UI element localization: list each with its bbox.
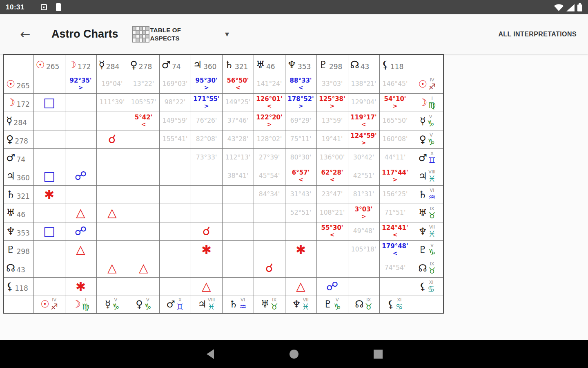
degree-cell-sun-moon[interactable]: 92°35'> [65, 75, 96, 93]
degree-cell-mercury-jupiter[interactable]: 76°26' [191, 112, 222, 130]
placement-cell-venus[interactable]: ♀V♑ [411, 130, 443, 148]
placement-cell-node[interactable]: ☊IX♉ [411, 259, 443, 277]
aspect-cell-conjunction-node-uranus[interactable]: ☌ [254, 259, 285, 277]
placement-bottom-lilith[interactable]: ⚸XI♋ [379, 296, 411, 313]
degree-cell-mercury-uranus[interactable]: 122°20'> [254, 112, 285, 130]
degree-cell-moon-node[interactable]: 129°04' [348, 93, 379, 112]
placement-cell-mars[interactable]: ♂X♊ [411, 148, 443, 167]
aspect-cell-trine-uranus-moon[interactable]: △ [65, 204, 96, 222]
degree-cell-mercury-pluto[interactable]: 13°59' [316, 112, 348, 130]
aspect-cell-square-jupiter-sun[interactable]: □ [33, 167, 65, 185]
placement-bottom-node[interactable]: ☊IX♉ [348, 296, 379, 313]
degree-cell-saturn-neptune[interactable]: 31°43' [285, 185, 316, 204]
degree-cell-neptune-lilith[interactable]: 124°41'< [379, 222, 411, 240]
placement-bottom-mars[interactable]: ♂X♊ [159, 296, 191, 313]
degree-cell-saturn-pluto[interactable]: 23°47' [316, 185, 348, 204]
degree-cell-venus-neptune[interactable]: 75°11' [285, 130, 316, 148]
placement-bottom-uranus[interactable]: ♅IX♉ [254, 296, 285, 313]
placement-bottom-venus[interactable]: ♀V♑ [128, 296, 159, 313]
degree-cell-sun-mars[interactable]: 169°03' [159, 75, 191, 93]
aspect-cell-trine-uranus-mercury[interactable]: △ [96, 204, 128, 222]
degree-cell-uranus-lilith[interactable]: 71°51' [379, 204, 411, 222]
aspect-cell-opposition-neptune-moon[interactable]: ☍ [65, 222, 96, 240]
degree-cell-venus-saturn[interactable]: 43°28' [222, 130, 254, 148]
nav-home-button[interactable] [285, 345, 303, 364]
placement-cell-mercury[interactable]: ☿V♑ [411, 112, 443, 130]
degree-cell-venus-lilith[interactable]: 160°08' [379, 130, 411, 148]
degree-cell-jupiter-uranus[interactable]: 45°54' [254, 167, 285, 185]
nav-back-button[interactable] [200, 345, 219, 364]
degree-cell-venus-node[interactable]: 124°59'> [348, 130, 379, 148]
degree-cell-uranus-neptune[interactable]: 52°51' [285, 204, 316, 222]
placement-bottom-saturn[interactable]: ♄VI♒ [222, 296, 254, 313]
degree-cell-neptune-pluto[interactable]: 55°30'< [316, 222, 348, 240]
degree-cell-pluto-lilith[interactable]: 179°48'< [379, 240, 411, 259]
degree-cell-sun-lilith[interactable]: 146°45' [379, 75, 411, 93]
aspect-cell-sextile-saturn-sun[interactable]: ✱ [33, 185, 65, 204]
placement-bottom-neptune[interactable]: ♆VII♓ [285, 296, 316, 313]
degree-cell-uranus-pluto[interactable]: 108°21' [316, 204, 348, 222]
degree-cell-moon-lilith[interactable]: 54°10'> [379, 93, 411, 112]
degree-cell-saturn-node[interactable]: 81°31' [348, 185, 379, 204]
placement-bottom-sun[interactable]: ☉IV♐ [33, 296, 65, 313]
aspect-cell-sextile-pluto-jupiter[interactable]: ✱ [191, 240, 222, 259]
degree-cell-moon-saturn[interactable]: 149°25' [222, 93, 254, 112]
aspect-cell-trine-pluto-moon[interactable]: △ [65, 240, 96, 259]
degree-cell-sun-uranus[interactable]: 141°24' [254, 75, 285, 93]
nav-recents-button[interactable] [369, 345, 388, 364]
aspect-cell-trine-lilith-neptune[interactable]: △ [285, 277, 316, 296]
chart-type-selector[interactable]: TABLE OF ASPECTS ▼ [132, 26, 229, 43]
degree-cell-mars-neptune[interactable]: 80°30' [285, 148, 316, 167]
degree-cell-venus-pluto[interactable]: 19°41' [316, 130, 348, 148]
aspect-cell-conjunction-neptune-jupiter[interactable]: ☌ [191, 222, 222, 240]
aspect-cell-conjunction-venus-mercury[interactable]: ☌ [96, 130, 128, 148]
degree-cell-moon-mercury[interactable]: 111°39' [96, 93, 128, 112]
degree-cell-moon-neptune[interactable]: 178°52'> [285, 93, 316, 112]
placement-bottom-pluto[interactable]: ♇V♑ [316, 296, 348, 313]
degree-cell-sun-neptune[interactable]: 88°33'< [285, 75, 316, 93]
aspect-cell-trine-node-venus[interactable]: △ [128, 259, 159, 277]
degree-cell-venus-uranus[interactable]: 128°02' [254, 130, 285, 148]
degree-cell-moon-jupiter[interactable]: 171°55'> [191, 93, 222, 112]
degree-cell-sun-mercury[interactable]: 19°04' [96, 75, 128, 93]
degree-cell-sun-venus[interactable]: 13°22' [128, 75, 159, 93]
degree-cell-sun-node[interactable]: 138°21' [348, 75, 379, 93]
degree-cell-mercury-lilith[interactable]: 165°50' [379, 112, 411, 130]
degree-cell-neptune-node[interactable]: 49°48' [348, 222, 379, 240]
aspect-cell-square-moon-sun[interactable]: □ [33, 93, 65, 112]
back-button[interactable]: ← [16, 25, 34, 43]
degree-cell-node-lilith[interactable]: 74°54' [379, 259, 411, 277]
aspect-cell-sextile-lilith-moon[interactable]: ✱ [65, 277, 96, 296]
degree-cell-jupiter-saturn[interactable]: 38°41' [222, 167, 254, 185]
degree-cell-moon-uranus[interactable]: 126°01'< [254, 93, 285, 112]
aspect-cell-square-neptune-sun[interactable]: □ [33, 222, 65, 240]
aspect-cell-opposition-lilith-pluto[interactable]: ☍ [316, 277, 348, 296]
placement-cell-uranus[interactable]: ♅IX♉ [411, 204, 443, 222]
degree-cell-mars-lilith[interactable]: 44°11' [379, 148, 411, 167]
degree-cell-jupiter-pluto[interactable]: 62°28'< [316, 167, 348, 185]
degree-cell-saturn-uranus[interactable]: 84°34' [254, 185, 285, 204]
degree-cell-uranus-node[interactable]: 3°03'> [348, 204, 379, 222]
degree-cell-mars-node[interactable]: 30°42' [348, 148, 379, 167]
degree-cell-mercury-neptune[interactable]: 69°29' [285, 112, 316, 130]
placement-cell-saturn[interactable]: ♄VI♒ [411, 185, 443, 204]
aspect-cell-trine-lilith-jupiter[interactable]: △ [191, 277, 222, 296]
placement-cell-neptune[interactable]: ♆VII♓ [411, 222, 443, 240]
degree-cell-mercury-node[interactable]: 119°17'< [348, 112, 379, 130]
degree-cell-mercury-mars[interactable]: 149°59' [159, 112, 191, 130]
placement-bottom-mercury[interactable]: ☿V♑ [96, 296, 128, 313]
degree-cell-sun-pluto[interactable]: 33°03' [316, 75, 348, 93]
placement-cell-lilith[interactable]: ⚸XI♋ [411, 277, 443, 296]
degree-cell-jupiter-node[interactable]: 42°51' [348, 167, 379, 185]
aspect-cell-trine-node-mercury[interactable]: △ [96, 259, 128, 277]
degree-cell-jupiter-neptune[interactable]: 6°57'< [285, 167, 316, 185]
aspect-cell-opposition-jupiter-moon[interactable]: ☍ [65, 167, 96, 185]
degree-cell-mercury-saturn[interactable]: 37°46' [222, 112, 254, 130]
degree-cell-sun-saturn[interactable]: 56°50'< [222, 75, 254, 93]
degree-cell-moon-venus[interactable]: 105°57' [128, 93, 159, 112]
placement-cell-jupiter[interactable]: ♃VIII♓ [411, 167, 443, 185]
aspect-cell-sextile-pluto-neptune[interactable]: ✱ [285, 240, 316, 259]
degree-cell-sun-jupiter[interactable]: 95°30'> [191, 75, 222, 93]
degree-cell-mars-saturn[interactable]: 112°13' [222, 148, 254, 167]
degree-cell-moon-mars[interactable]: 98°22' [159, 93, 191, 112]
